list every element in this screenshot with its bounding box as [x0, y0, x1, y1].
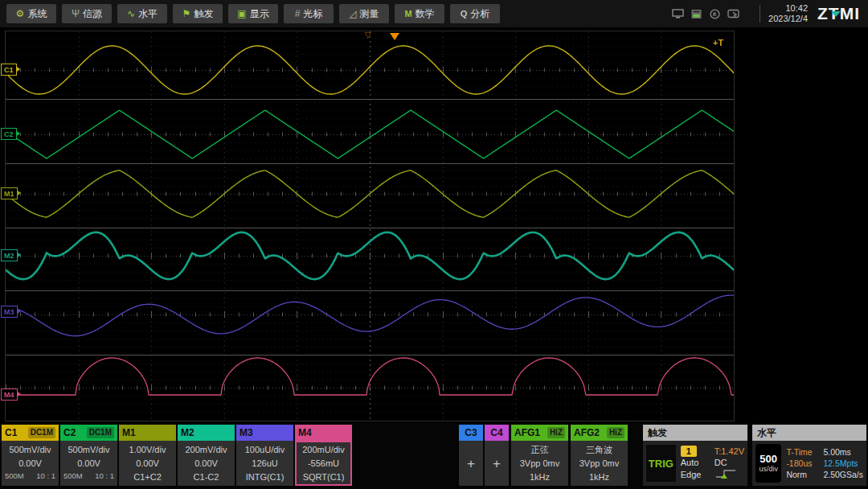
afg-cards: AFG1HiZ正弦3Vpp 0mv1kHzAFG2HiZ三角波3Vpp 0mv1…: [511, 425, 628, 486]
card-C4[interactable]: C4+: [485, 425, 509, 486]
channel-pointer-icon: [18, 253, 21, 257]
horizontal-panel-title: 水平: [752, 425, 866, 441]
menu-button-horizontal[interactable]: ∿水平: [117, 4, 167, 23]
menu-button-display[interactable]: ▣显示: [228, 4, 278, 23]
oscilloscope-screen: ⚙系统Ψ信源∿水平⚑触发▣显示#光标◿测量M数学Q分析 10:42 2: [0, 0, 868, 489]
trigger-panel-body: TRIG 1 T:1.42V Auto DC Edge: [643, 441, 747, 486]
menu-button-system[interactable]: ⚙系统: [6, 4, 56, 23]
channel-label-M4[interactable]: M4: [1, 388, 18, 401]
card-line: 500mV/div: [2, 443, 59, 457]
trigger-position-marker[interactable]: [390, 33, 399, 40]
card-line: C1-C2: [178, 471, 235, 484]
brand-logo: ZTMI: [817, 4, 860, 23]
channel-pointer-icon: [18, 191, 21, 195]
channel-pointer-icon: [18, 309, 21, 314]
card-line: 200mU/div: [297, 443, 350, 457]
storage-status-icon: [690, 9, 702, 19]
card-M1[interactable]: M11.00V/div0.00VC1+C2: [119, 425, 176, 486]
channel-pointer-icon: [17, 131, 20, 136]
menu-button-label: 光标: [303, 7, 322, 21]
logo-triangle-icon: [831, 11, 841, 17]
trigger-level-marker[interactable]: +T: [713, 38, 723, 47]
card-body: 200mV/div0.00VC1-C2: [178, 441, 235, 486]
display-status-icon: [672, 9, 684, 19]
card-line: 正弦: [511, 443, 568, 457]
card-C1[interactable]: C1DC1M500mV/div0.00V500M10 : 1: [2, 425, 59, 486]
t-time-label: T-Time: [786, 447, 823, 457]
channel-label-M2[interactable]: M2: [1, 249, 18, 261]
clock: 10:42 2023/12/4: [768, 3, 808, 24]
card-line: 500mV/div: [60, 443, 117, 457]
card-line: 100uU/div: [236, 443, 293, 457]
menu-button-label: 分析: [470, 7, 489, 21]
trigger-settings: 1 T:1.42V Auto DC Edge: [681, 446, 744, 481]
card-body: +: [459, 441, 483, 486]
menu-button-source[interactable]: Ψ信源: [62, 4, 112, 23]
graticule-area[interactable]: ▽ +T: [5, 31, 735, 421]
menu-button-label: 系统: [27, 7, 47, 21]
menu-button-label: 测量: [360, 7, 379, 21]
menu-button-trigger[interactable]: ⚑触发: [173, 4, 223, 23]
card-M2[interactable]: M2200mV/div0.00VC1-C2: [178, 425, 235, 486]
timebase-unit: us/div: [759, 465, 778, 474]
channel-label-C2[interactable]: C2: [1, 128, 17, 140]
trigger-mode: Auto: [681, 458, 714, 467]
trigger-level-value: T:1.42V: [714, 446, 744, 456]
system-icon: ⚙: [16, 9, 25, 18]
card-title: M2: [181, 427, 194, 438]
card-badge: DC1M: [87, 427, 114, 438]
card-M4[interactable]: M4200mU/div-556mUSQRT(C1): [295, 425, 352, 486]
horizontal-settings: T-Time 5.00ms -180us 12.5Mpts Norm 2.50G…: [786, 447, 863, 479]
card-line: 200mV/div: [178, 443, 235, 457]
card-line: 126uU: [236, 457, 293, 471]
card-body: +: [485, 441, 509, 486]
waveform-display: ▽ +T C1C2M1M2M3M4: [0, 27, 868, 423]
topbar-divider: [760, 5, 760, 23]
top-menu-bar: ⚙系统Ψ信源∿水平⚑触发▣显示#光标◿测量M数学Q分析 10:42 2: [0, 0, 868, 27]
menu-button-cursor[interactable]: #光标: [284, 4, 334, 23]
menu-bar: ⚙系统Ψ信源∿水平⚑触发▣显示#光标◿测量M数学Q分析: [0, 4, 500, 23]
menu-button-label: 信源: [83, 7, 102, 21]
source-icon: Ψ: [72, 9, 80, 18]
horizontal-panel[interactable]: 水平 500 us/div T-Time 5.00ms -180us 12.5M…: [752, 425, 866, 486]
bandwidth-limit: 500M: [63, 471, 83, 480]
rising-edge-icon: [714, 468, 744, 481]
menu-button-math[interactable]: M数学: [395, 4, 444, 23]
analyze-icon: Q: [461, 9, 468, 18]
card-line: SQRT(C1): [297, 471, 350, 484]
card-line: 0.00V: [60, 457, 117, 471]
card-line: 3Vpp 0mv: [571, 457, 628, 471]
probe-ratio: 10 : 1: [95, 471, 114, 480]
gesture-status-icon: [709, 9, 721, 19]
channel-label-M1[interactable]: M1: [1, 187, 18, 199]
card-title: C2: [63, 427, 76, 438]
card-AFG2[interactable]: AFG2HiZ三角波3Vpp 0mv1kHz: [571, 425, 628, 486]
channel-pointer-icon: [18, 392, 21, 397]
cursor-icon: #: [295, 9, 301, 18]
trigger-status-box: TRIG: [646, 445, 676, 482]
channel-label-M3[interactable]: M3: [1, 306, 18, 318]
card-title: C1: [5, 427, 17, 438]
status-icons: [672, 9, 740, 19]
menu-button-measure[interactable]: ◿测量: [339, 4, 389, 23]
card-C3[interactable]: C3+: [459, 425, 483, 486]
trigger-type: Edge: [681, 470, 714, 479]
card-line: 1kHz: [511, 471, 568, 484]
trigger-panel[interactable]: 触发 TRIG 1 T:1.42V Auto DC Edge: [643, 425, 747, 486]
card-line: 3Vpp 0mv: [511, 457, 568, 471]
channel-label-text: C1: [4, 66, 14, 74]
memory-depth: 12.5Mpts: [823, 458, 863, 468]
card-AFG1[interactable]: AFG1HiZ正弦3Vpp 0mv1kHz: [511, 425, 568, 486]
channel-label-C1[interactable]: C1: [1, 64, 17, 76]
horizontal-icon: ∿: [127, 9, 135, 18]
menu-button-label: 显示: [250, 7, 269, 21]
menu-button-analyze[interactable]: Q分析: [450, 4, 500, 23]
card-line: 0.00V: [178, 457, 235, 471]
card-M3[interactable]: M3100uU/div126uUINTG(C1): [236, 425, 293, 486]
delay-reference-marker[interactable]: ▽: [365, 31, 371, 39]
channel-pointer-icon: [17, 67, 20, 72]
channel-label-text: M3: [4, 308, 14, 316]
card-title: AFG2: [574, 427, 600, 438]
menu-button-label: 触发: [194, 7, 213, 21]
card-C2[interactable]: C2DC1M500mV/div0.00V500M10 : 1: [60, 425, 117, 486]
